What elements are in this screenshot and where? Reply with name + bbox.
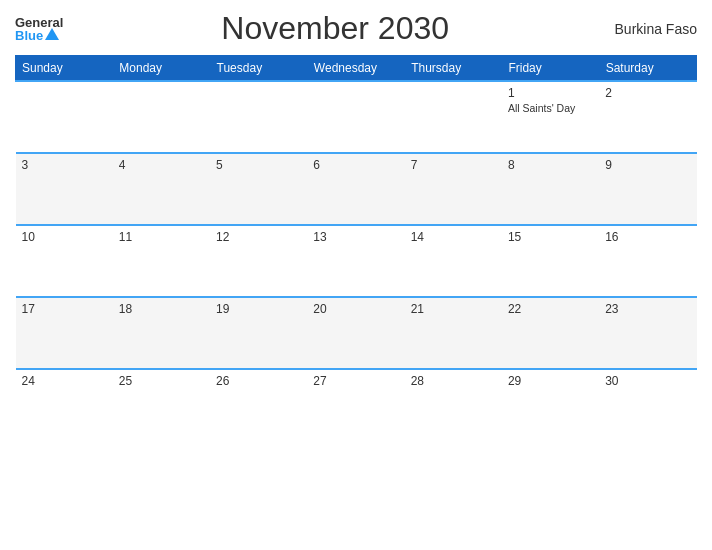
day-cell: 16 — [599, 225, 696, 297]
weekday-sunday: Sunday — [16, 56, 113, 82]
calendar-tbody: 1All Saints' Day234567891011121314151617… — [16, 81, 697, 441]
day-cell: 8 — [502, 153, 599, 225]
day-cell: 13 — [307, 225, 404, 297]
day-cell: 14 — [405, 225, 502, 297]
day-cell: 2 — [599, 81, 696, 153]
day-number: 13 — [313, 230, 398, 244]
day-number: 18 — [119, 302, 204, 316]
week-row-4: 24252627282930 — [16, 369, 697, 441]
day-cell: 5 — [210, 153, 307, 225]
day-number: 30 — [605, 374, 690, 388]
day-number: 25 — [119, 374, 204, 388]
day-cell: 28 — [405, 369, 502, 441]
weekday-wednesday: Wednesday — [307, 56, 404, 82]
day-number: 14 — [411, 230, 496, 244]
day-cell: 7 — [405, 153, 502, 225]
logo: General Blue — [15, 16, 63, 42]
day-cell: 4 — [113, 153, 210, 225]
day-number: 4 — [119, 158, 204, 172]
day-number: 27 — [313, 374, 398, 388]
day-cell: 30 — [599, 369, 696, 441]
week-row-3: 17181920212223 — [16, 297, 697, 369]
day-cell: 17 — [16, 297, 113, 369]
day-cell: 9 — [599, 153, 696, 225]
day-number: 21 — [411, 302, 496, 316]
day-cell: 19 — [210, 297, 307, 369]
calendar-table: SundayMondayTuesdayWednesdayThursdayFrid… — [15, 55, 697, 441]
weekday-saturday: Saturday — [599, 56, 696, 82]
day-cell: 20 — [307, 297, 404, 369]
day-number: 8 — [508, 158, 593, 172]
day-number: 28 — [411, 374, 496, 388]
weekday-thursday: Thursday — [405, 56, 502, 82]
day-cell: 18 — [113, 297, 210, 369]
day-number: 3 — [22, 158, 107, 172]
logo-blue-text: Blue — [15, 29, 43, 42]
day-number: 17 — [22, 302, 107, 316]
day-cell: 27 — [307, 369, 404, 441]
day-number: 12 — [216, 230, 301, 244]
week-row-2: 10111213141516 — [16, 225, 697, 297]
logo-general-text: General — [15, 16, 63, 29]
week-row-1: 3456789 — [16, 153, 697, 225]
day-number: 5 — [216, 158, 301, 172]
day-cell: 3 — [16, 153, 113, 225]
day-number: 10 — [22, 230, 107, 244]
day-number: 7 — [411, 158, 496, 172]
weekday-tuesday: Tuesday — [210, 56, 307, 82]
event-text: All Saints' Day — [508, 102, 593, 114]
day-number: 2 — [605, 86, 690, 100]
day-cell: 1All Saints' Day — [502, 81, 599, 153]
day-number: 29 — [508, 374, 593, 388]
logo-triangle-icon — [45, 28, 59, 40]
day-cell: 29 — [502, 369, 599, 441]
calendar-header: General Blue November 2030 Burkina Faso — [15, 10, 697, 47]
country-name: Burkina Faso — [607, 21, 697, 37]
day-number: 20 — [313, 302, 398, 316]
day-cell — [210, 81, 307, 153]
day-number: 16 — [605, 230, 690, 244]
day-cell — [307, 81, 404, 153]
day-cell: 26 — [210, 369, 307, 441]
day-cell: 10 — [16, 225, 113, 297]
day-cell: 6 — [307, 153, 404, 225]
calendar-container: General Blue November 2030 Burkina Faso … — [0, 0, 712, 550]
day-cell: 22 — [502, 297, 599, 369]
day-number: 6 — [313, 158, 398, 172]
day-cell: 15 — [502, 225, 599, 297]
day-number: 22 — [508, 302, 593, 316]
weekday-friday: Friday — [502, 56, 599, 82]
day-cell: 11 — [113, 225, 210, 297]
day-number: 19 — [216, 302, 301, 316]
day-number: 26 — [216, 374, 301, 388]
weekday-monday: Monday — [113, 56, 210, 82]
calendar-thead: SundayMondayTuesdayWednesdayThursdayFrid… — [16, 56, 697, 82]
day-cell: 23 — [599, 297, 696, 369]
day-cell — [405, 81, 502, 153]
weekday-header-row: SundayMondayTuesdayWednesdayThursdayFrid… — [16, 56, 697, 82]
day-cell: 25 — [113, 369, 210, 441]
day-cell: 24 — [16, 369, 113, 441]
day-number: 1 — [508, 86, 593, 100]
day-number: 11 — [119, 230, 204, 244]
week-row-0: 1All Saints' Day2 — [16, 81, 697, 153]
day-number: 24 — [22, 374, 107, 388]
day-cell — [16, 81, 113, 153]
day-number: 15 — [508, 230, 593, 244]
day-number: 9 — [605, 158, 690, 172]
day-cell: 21 — [405, 297, 502, 369]
day-cell — [113, 81, 210, 153]
month-title: November 2030 — [63, 10, 607, 47]
day-number: 23 — [605, 302, 690, 316]
day-cell: 12 — [210, 225, 307, 297]
